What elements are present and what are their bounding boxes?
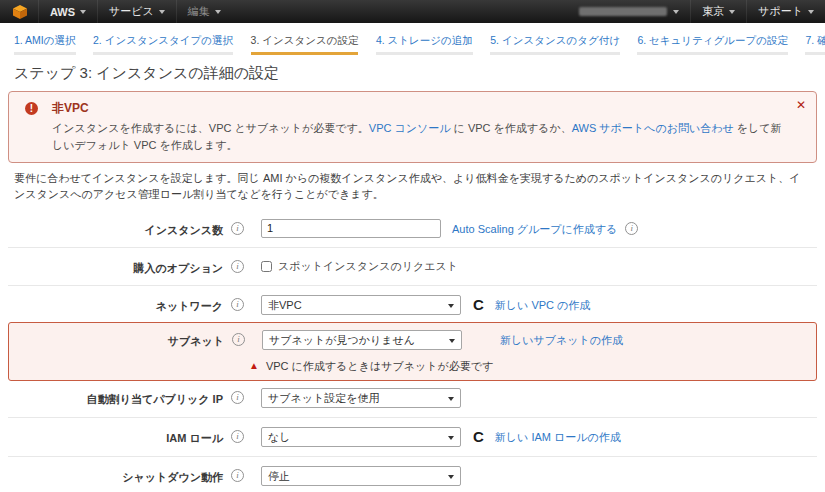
step-tab-3-configure-instance[interactable]: 3. インスタンスの設定 bbox=[251, 34, 359, 55]
info-icon[interactable] bbox=[231, 222, 244, 235]
nav-support-menu[interactable]: サポート bbox=[747, 0, 825, 23]
nav-region-label: 東京 bbox=[702, 4, 724, 19]
row-public-ip: 自動割り当てパブリック IP サブネット設定を使用 bbox=[8, 384, 817, 412]
step-tab-4-storage[interactable]: 4. ストレージの追加 bbox=[376, 34, 473, 55]
row-purchase-option: 購入のオプション スポットインスタンスのリクエスト bbox=[8, 253, 817, 280]
dropdown-caret-icon bbox=[448, 397, 454, 401]
purchase-option-label: 購入のオプション bbox=[8, 257, 223, 276]
step-tab-2-instance-type[interactable]: 2. インスタンスタイプの選択 bbox=[93, 34, 233, 55]
shutdown-behavior-select[interactable]: 停止 bbox=[261, 466, 461, 486]
info-icon[interactable] bbox=[231, 260, 244, 273]
info-icon[interactable] bbox=[231, 298, 244, 311]
info-icon[interactable] bbox=[625, 222, 638, 235]
refresh-icon[interactable] bbox=[473, 296, 484, 314]
subnet-select-value: サブネットが見つかりません bbox=[269, 334, 415, 346]
warning-message: インスタンスを作成するには、VPC とサブネットが必要です。VPC コンソール … bbox=[52, 120, 782, 153]
nav-menu-edit[interactable]: 編集 bbox=[177, 0, 232, 23]
divider bbox=[8, 247, 817, 248]
page-title: ステップ 3: インスタンスの詳細の設定 bbox=[14, 64, 811, 83]
warning-triangle-icon bbox=[249, 361, 259, 371]
subnet-label: サブネット bbox=[9, 330, 224, 349]
aws-logo[interactable] bbox=[0, 0, 39, 23]
aws-support-link[interactable]: AWS サポートへのお問い合わせ bbox=[572, 122, 734, 134]
nav-services-label: サービス bbox=[109, 4, 154, 19]
subnet-error-message: VPC に作成するときはサブネットが必要です bbox=[249, 359, 816, 374]
iam-role-select-value: なし bbox=[268, 431, 291, 443]
chevron-down-icon bbox=[673, 10, 679, 14]
info-icon[interactable] bbox=[231, 469, 244, 482]
chevron-down-icon bbox=[729, 10, 735, 14]
nav-support-label: サポート bbox=[758, 4, 803, 19]
error-exclamation-icon bbox=[25, 102, 38, 115]
vpc-console-link[interactable]: VPC コンソール bbox=[369, 122, 451, 134]
chevron-down-icon bbox=[80, 10, 86, 14]
info-icon[interactable] bbox=[232, 333, 245, 346]
dropdown-caret-icon bbox=[448, 304, 454, 308]
top-nav-bar: AWS サービス 編集 東京 サポート bbox=[0, 0, 825, 23]
nav-menu-services[interactable]: サービス bbox=[98, 0, 177, 23]
step-tab-7-review[interactable]: 7. 確認 bbox=[805, 34, 825, 55]
create-subnet-link[interactable]: 新しいサブネットの作成 bbox=[500, 330, 623, 348]
dropdown-caret-icon bbox=[448, 436, 454, 440]
row-subnet: サブネット サブネットが見つかりません 新しいサブネットの作成 bbox=[9, 326, 816, 354]
dropdown-caret-icon bbox=[449, 339, 455, 343]
public-ip-select-value: サブネット設定を使用 bbox=[268, 392, 380, 404]
warning-text: インスタンスを作成するには、VPC とサブネットが必要です。 bbox=[52, 122, 369, 134]
network-select[interactable]: 非VPC bbox=[261, 295, 461, 315]
step-tab-6-security-group[interactable]: 6. セキュリティグループの設定 bbox=[637, 34, 788, 55]
create-vpc-link[interactable]: 新しい VPC の作成 bbox=[495, 295, 591, 313]
network-label: ネットワーク bbox=[8, 295, 223, 314]
row-shutdown-behavior: シャットダウン動作 停止 bbox=[8, 462, 817, 490]
nav-menu-aws[interactable]: AWS bbox=[39, 0, 98, 23]
subnet-error-text: VPC に作成するときはサブネットが必要です bbox=[266, 359, 493, 374]
divider bbox=[8, 417, 817, 418]
aws-cube-icon bbox=[12, 4, 28, 20]
row-network: ネットワーク 非VPC 新しい VPC の作成 bbox=[8, 291, 817, 319]
redacted-account-name bbox=[579, 7, 667, 16]
divider bbox=[8, 285, 817, 286]
instance-details-form: インスタンス数 Auto Scaling グループに作成する 購入のオプション … bbox=[8, 215, 817, 492]
public-ip-label: 自動割り当てパブリック IP bbox=[8, 388, 223, 407]
spot-instance-checkbox[interactable] bbox=[261, 261, 272, 272]
subnet-select[interactable]: サブネットが見つかりません bbox=[262, 330, 462, 350]
info-icon[interactable] bbox=[231, 391, 244, 404]
row-iam-role: IAM ロール なし 新しい IAM ロールの作成 bbox=[8, 423, 817, 451]
autoscaling-link[interactable]: Auto Scaling グループに作成する bbox=[452, 219, 617, 237]
wizard-steps: 1. AMIの選択 2. インスタンスタイプの選択 3. インスタンスの設定 4… bbox=[0, 23, 825, 55]
iam-role-select[interactable]: なし bbox=[261, 427, 461, 447]
dropdown-caret-icon bbox=[448, 475, 454, 479]
chevron-down-icon bbox=[159, 10, 165, 14]
no-vpc-warning-banner: 非VPC インスタンスを作成するには、VPC とサブネットが必要です。VPC コ… bbox=[8, 91, 817, 163]
chevron-down-icon bbox=[215, 10, 221, 14]
close-icon[interactable] bbox=[796, 99, 806, 111]
step-tab-5-tags[interactable]: 5. インスタンスのタグ付け bbox=[490, 34, 620, 55]
subnet-error-box: サブネット サブネットが見つかりません 新しいサブネットの作成 VPC に作成す… bbox=[8, 322, 817, 381]
public-ip-select[interactable]: サブネット設定を使用 bbox=[261, 388, 461, 408]
spot-instance-checkbox-label: スポットインスタンスのリクエスト bbox=[278, 259, 458, 274]
step-tab-1-ami[interactable]: 1. AMIの選択 bbox=[14, 34, 76, 55]
iam-role-label: IAM ロール bbox=[8, 427, 223, 446]
row-instance-count: インスタンス数 Auto Scaling グループに作成する bbox=[8, 215, 817, 242]
nav-aws-label: AWS bbox=[50, 6, 75, 18]
info-icon[interactable] bbox=[231, 430, 244, 443]
network-select-value: 非VPC bbox=[268, 299, 302, 311]
shutdown-behavior-select-value: 停止 bbox=[268, 470, 290, 482]
nav-region-menu[interactable]: 東京 bbox=[691, 0, 747, 23]
nav-account-menu[interactable] bbox=[568, 0, 691, 23]
warning-text: に VPC を作成するか、 bbox=[451, 122, 572, 134]
instance-count-label: インスタンス数 bbox=[8, 219, 223, 238]
divider bbox=[8, 456, 817, 457]
instance-count-input[interactable] bbox=[261, 219, 441, 238]
nav-spacer bbox=[232, 0, 568, 23]
refresh-icon[interactable] bbox=[473, 428, 484, 446]
warning-title: 非VPC bbox=[52, 100, 782, 117]
chevron-down-icon bbox=[808, 10, 814, 14]
shutdown-behavior-label: シャットダウン動作 bbox=[8, 466, 223, 485]
page-description: 要件に合わせてインスタンスを設定します。同じ AMI からの複数インスタンス作成… bbox=[14, 171, 811, 203]
create-iam-role-link[interactable]: 新しい IAM ロールの作成 bbox=[495, 427, 621, 445]
nav-edit-label: 編集 bbox=[188, 4, 210, 19]
